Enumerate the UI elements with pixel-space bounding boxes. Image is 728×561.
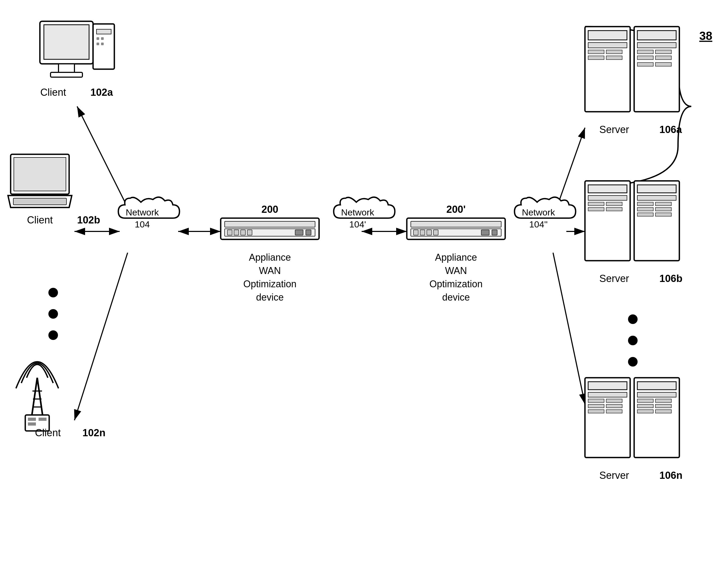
svg-rect-77 [637,195,676,200]
svg-rect-91 [588,410,604,413]
client-102b-icon [8,154,72,207]
svg-rect-83 [655,213,671,216]
svg-line-26 [37,378,43,415]
svg-rect-69 [588,185,627,193]
svg-rect-94 [637,382,676,390]
svg-rect-62 [637,50,653,54]
ellipsis-dot-3 [48,331,58,340]
svg-rect-99 [655,404,671,408]
server-106n-label: Server [599,470,629,481]
svg-rect-101 [655,410,671,413]
svg-rect-65 [655,56,671,60]
svg-rect-14 [58,64,74,73]
network-104p-number: 104' [349,219,366,229]
appliance-200-label2: WAN [259,265,281,276]
svg-rect-63 [655,50,671,54]
svg-rect-32 [28,422,36,426]
svg-rect-74 [606,207,622,211]
network-104-number: 104 [135,219,150,229]
appliance-200-label4: device [256,292,284,303]
svg-rect-80 [637,207,653,211]
svg-rect-57 [588,56,604,60]
svg-rect-31 [28,418,36,421]
svg-rect-64 [637,56,653,60]
svg-rect-90 [606,404,622,408]
diagram-container: Client 102a Client 102b [0,0,728,561]
client-102n-ref: 102n [82,427,106,438]
svg-rect-60 [637,31,676,40]
svg-rect-38 [234,230,239,235]
svg-rect-88 [606,399,622,403]
svg-rect-86 [588,392,627,397]
server-ellipsis-dot-2 [628,336,638,345]
appliance-200p-ref: 200' [446,204,466,215]
svg-rect-17 [97,29,111,34]
server-106n-ref: 106n [659,470,683,481]
svg-rect-39 [241,230,245,235]
svg-rect-19 [101,37,104,40]
client-102n-label: Client [35,427,61,438]
svg-rect-23 [14,157,66,191]
server-106a-label: Server [599,124,629,135]
svg-rect-100 [637,410,653,413]
svg-rect-89 [588,404,604,408]
network-104-label: Network [126,207,159,217]
svg-rect-79 [655,202,671,205]
svg-rect-15 [51,72,82,77]
svg-rect-70 [588,195,627,200]
svg-rect-78 [637,202,653,205]
brace-ref-38: 38 [699,29,712,42]
appliance-200p-icon [407,218,505,239]
svg-rect-56 [606,50,622,54]
network-104pp-label: Network [522,207,555,217]
server-106b-icon [585,181,679,261]
svg-rect-76 [637,185,676,193]
server-106a-ref: 106a [659,124,682,135]
svg-rect-81 [655,207,671,211]
svg-rect-50 [481,230,489,235]
svg-rect-44 [411,221,501,227]
appliance-200p-label3: Optimization [429,278,483,290]
client-102n-icon [16,362,58,431]
svg-rect-98 [637,404,653,408]
ellipsis-dot-2 [48,309,58,319]
svg-rect-13 [44,25,89,59]
client-102a-label: Client [40,87,66,98]
svg-rect-46 [413,230,418,235]
svg-rect-55 [588,50,604,54]
client-102a-ref: 102a [90,87,113,98]
svg-rect-87 [588,399,604,403]
svg-rect-97 [655,399,671,403]
svg-rect-37 [227,230,232,235]
svg-rect-35 [225,221,315,227]
appliance-200p-label4: device [442,292,470,303]
svg-rect-66 [637,62,653,66]
svg-rect-67 [655,62,671,66]
appliance-200-icon [221,218,319,239]
svg-rect-48 [427,230,432,235]
svg-rect-33 [39,418,47,421]
appliance-200-label1: Appliance [249,252,291,263]
ellipsis-dot-1 [48,288,58,298]
server-ellipsis-dot-1 [628,315,638,324]
server-106b-ref: 106b [659,273,683,284]
server-106b-label: Server [599,273,629,284]
svg-rect-92 [606,410,622,413]
svg-rect-51 [492,230,497,235]
svg-rect-58 [606,56,622,60]
svg-rect-49 [433,230,438,235]
appliance-200-label3: Optimization [243,278,296,290]
server-106n-icon [585,378,679,458]
svg-rect-73 [588,207,604,211]
appliance-200p-label2: WAN [445,265,467,276]
client-102a-icon [40,21,114,77]
svg-rect-61 [637,43,676,48]
svg-rect-47 [420,230,425,235]
svg-line-11 [553,253,585,404]
svg-rect-95 [637,392,676,397]
svg-rect-18 [97,37,99,40]
client-102b-ref: 102b [77,214,100,225]
network-104pp-number: 104'' [529,219,548,229]
svg-rect-20 [97,43,99,45]
appliance-200-ref: 200 [261,204,278,215]
